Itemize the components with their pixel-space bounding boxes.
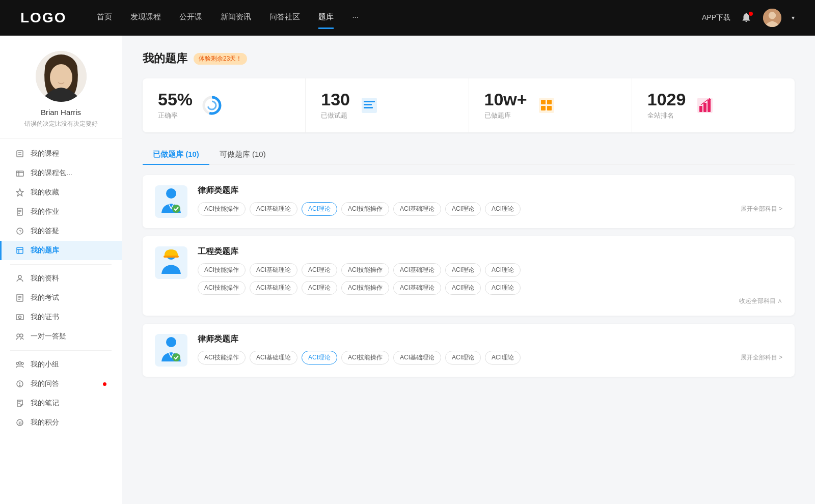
sidebar-item-my-group[interactable]: 我的小组 (0, 355, 122, 374)
sidebar-label-my-exam: 我的考试 (31, 293, 59, 302)
grid-icon (535, 94, 558, 117)
stat-banks-done-text: 10w+ 已做题库 (484, 91, 527, 120)
tag-2b-1[interactable]: ACI基础理论 (250, 281, 297, 295)
stat-ranking-text: 1029 全站排名 (647, 91, 686, 120)
tag-2a-2[interactable]: ACI理论 (302, 263, 337, 277)
tag-3-5[interactable]: ACI理论 (445, 351, 481, 365)
tag-1-0[interactable]: ACI技能操作 (198, 202, 246, 216)
tag-2b-2[interactable]: ACI理论 (302, 281, 337, 295)
tag-1-6[interactable]: ACI理论 (485, 202, 521, 216)
tag-1-5[interactable]: ACI理论 (445, 202, 481, 216)
stats-row: 55% 正确率 130 已做试题 (143, 78, 795, 132)
tag-3-4[interactable]: ACI基础理论 (393, 351, 441, 365)
list-icon (358, 94, 381, 117)
profile-name: Brian Harris (10, 108, 112, 117)
tag-3-1[interactable]: ACI基础理论 (250, 351, 297, 365)
sidebar-label-my-answers: 我的问答 (31, 379, 59, 388)
course-icon (15, 149, 24, 158)
sidebar-label-my-questions: 我的答疑 (31, 227, 59, 236)
sidebar-item-my-notes[interactable]: 我的笔记 (0, 394, 122, 413)
tag-2a-4[interactable]: ACI基础理论 (393, 263, 441, 277)
svg-text:积: 积 (18, 421, 22, 426)
tag-2a-3[interactable]: ACI技能操作 (341, 263, 389, 277)
tag-2b-0[interactable]: ACI技能操作 (198, 281, 246, 295)
sidebar-item-my-profile[interactable]: 我的资料 (0, 269, 122, 288)
stat-ranking-value: 1029 (647, 91, 686, 108)
sidebar-item-my-bank[interactable]: 我的题库 (0, 241, 122, 260)
sidebar-label-my-favorites: 我的收藏 (31, 188, 59, 197)
tag-2b-3[interactable]: ACI技能操作 (341, 281, 389, 295)
profile-icon (15, 274, 24, 283)
sidebar-item-my-package[interactable]: 我的课程包... (0, 163, 122, 183)
user-dropdown-arrow[interactable]: ▾ (792, 14, 795, 21)
svg-rect-8 (16, 171, 23, 176)
sidebar-menu: 我的课程 我的课程包... 我的收藏 我的作业 (0, 144, 122, 432)
sidebar-item-my-favorites[interactable]: 我的收藏 (0, 183, 122, 202)
nav-home[interactable]: 首页 (97, 12, 112, 24)
tag-2b-6[interactable]: ACI理论 (485, 281, 521, 295)
tag-2b-4[interactable]: ACI基础理论 (393, 281, 441, 295)
tag-2a-1[interactable]: ACI基础理论 (250, 263, 297, 277)
sidebar-label-my-group: 我的小组 (31, 360, 59, 369)
tag-3-0[interactable]: ACI技能操作 (198, 351, 246, 365)
svg-rect-5 (17, 151, 23, 157)
expand-link-1[interactable]: 展开全部科目 > (741, 205, 782, 213)
trial-badge: 体验剩余23天！ (194, 53, 247, 65)
svg-rect-61 (164, 256, 179, 258)
sidebar-item-my-answers[interactable]: 我的问答 (0, 374, 122, 394)
tag-3-3[interactable]: ACI技能操作 (341, 351, 389, 365)
svg-rect-55 (703, 103, 707, 112)
exam-icon (15, 293, 24, 302)
tag-3-2[interactable]: ACI理论 (302, 351, 337, 365)
group-icon (15, 360, 24, 369)
sidebar-item-my-course[interactable]: 我的课程 (0, 144, 122, 163)
stat-questions-done-label: 已做试题 (321, 111, 350, 120)
svg-rect-52 (547, 106, 552, 110)
tag-1-2[interactable]: ACI理论 (302, 202, 337, 216)
sidebar-item-my-cert[interactable]: 我的证书 (0, 307, 122, 327)
tag-1-1[interactable]: ACI基础理论 (250, 202, 297, 216)
bank-name-1: 律师类题库 (198, 185, 782, 196)
user-avatar-nav[interactable] (763, 9, 781, 27)
svg-point-59 (172, 205, 180, 213)
donut-icon (201, 94, 223, 117)
navbar-right: APP下载 ▾ (702, 9, 795, 27)
stat-questions-done-value: 130 (321, 91, 350, 108)
stat-banks-done: 10w+ 已做题库 (469, 78, 632, 132)
nav-news[interactable]: 新闻资讯 (221, 12, 251, 24)
svg-point-43 (208, 101, 216, 109)
tab-available[interactable]: 可做题库 (10) (209, 145, 276, 164)
page-header: 我的题库 体验剩余23天！ (143, 51, 795, 66)
nav-more[interactable]: ··· (352, 12, 359, 24)
tag-2a-0[interactable]: ACI技能操作 (198, 263, 246, 277)
sidebar-item-my-questions[interactable]: ? 我的答疑 (0, 221, 122, 241)
logo[interactable]: LOGO (20, 10, 66, 26)
nav-open-course[interactable]: 公开课 (179, 12, 202, 24)
chart-icon (694, 94, 716, 117)
tag-2a-6[interactable]: ACI理论 (485, 263, 521, 277)
app-download-link[interactable]: APP下载 (702, 13, 730, 22)
sidebar-item-my-homework[interactable]: 我的作业 (0, 202, 122, 221)
sidebar-label-one-on-one: 一对一答疑 (31, 332, 66, 341)
bank-name-2: 工程类题库 (198, 246, 782, 257)
tag-2a-5[interactable]: ACI理论 (445, 263, 481, 277)
notification-bell[interactable] (741, 12, 753, 24)
tab-done[interactable]: 已做题库 (10) (143, 145, 209, 164)
sidebar-item-my-exam[interactable]: 我的考试 (0, 288, 122, 307)
stat-questions-done-text: 130 已做试题 (321, 91, 350, 120)
menu-divider-2 (10, 350, 112, 351)
expand-link-3[interactable]: 展开全部科目 > (741, 353, 782, 362)
collapse-link-2[interactable]: 收起全部科目 ∧ (198, 297, 782, 305)
bank-card-engineer: 工程类题库 ACI技能操作 ACI基础理论 ACI理论 ACI技能操作 ACI基… (143, 236, 795, 316)
nav-bank[interactable]: 题库 (318, 12, 334, 24)
nav-links: 首页 发现课程 公开课 新闻资讯 问答社区 题库 ··· (97, 12, 702, 24)
sidebar-item-my-points[interactable]: 积 我的积分 (0, 413, 122, 432)
tag-1-4[interactable]: ACI基础理论 (393, 202, 441, 216)
tag-3-6[interactable]: ACI理论 (485, 351, 521, 365)
nav-courses[interactable]: 发现课程 (130, 12, 161, 24)
nav-qa[interactable]: 问答社区 (269, 12, 300, 24)
tag-1-3[interactable]: ACI技能操作 (341, 202, 389, 216)
sidebar-item-one-on-one[interactable]: 一对一答疑 (0, 327, 122, 346)
tag-2b-5[interactable]: ACI理论 (445, 281, 481, 295)
question-icon: ? (15, 227, 24, 236)
